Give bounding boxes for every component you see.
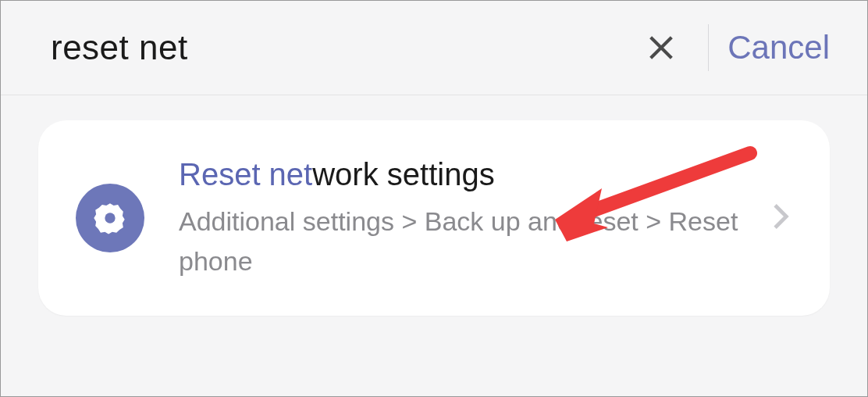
result-title-rest: work settings bbox=[312, 157, 494, 191]
clear-search-button[interactable] bbox=[630, 24, 692, 71]
divider bbox=[708, 24, 709, 71]
result-path: Additional settings > Back up and reset … bbox=[179, 202, 755, 281]
search-result-item[interactable]: Reset network settings Additional settin… bbox=[38, 120, 830, 316]
chevron-right-icon bbox=[770, 202, 792, 234]
result-text: Reset network settings Additional settin… bbox=[179, 155, 755, 281]
search-input[interactable] bbox=[51, 28, 630, 67]
result-title: Reset network settings bbox=[179, 155, 755, 194]
svg-point-2 bbox=[105, 213, 115, 223]
cancel-button[interactable]: Cancel bbox=[727, 29, 836, 66]
result-title-highlight: Reset net bbox=[179, 157, 312, 191]
close-icon bbox=[646, 32, 677, 63]
settings-gear-icon bbox=[76, 184, 144, 252]
results-container: Reset network settings Additional settin… bbox=[1, 95, 867, 341]
search-header: Cancel bbox=[1, 1, 867, 95]
